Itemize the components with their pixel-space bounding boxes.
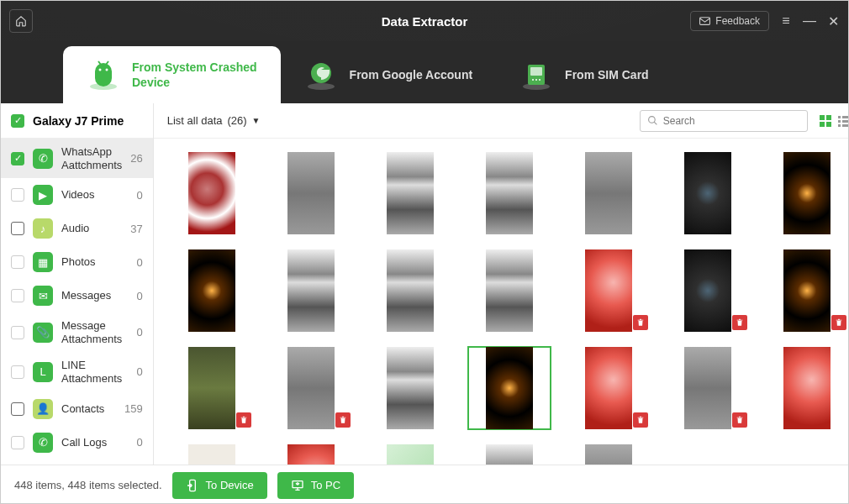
source-tab-0[interactable]: From System CrashedDevice xyxy=(63,46,281,103)
thumbnail[interactable] xyxy=(171,152,253,234)
to-device-label: To Device xyxy=(206,479,254,491)
category-whatsapp[interactable]: ✆WhatsApp Aattchments26 xyxy=(1,139,153,178)
category-call[interactable]: ✆Call Logs0 xyxy=(1,426,153,459)
thumbnail[interactable] xyxy=(567,249,650,332)
category-checkbox[interactable] xyxy=(11,326,24,339)
thumbnail[interactable] xyxy=(567,152,650,234)
category-count: 0 xyxy=(136,189,142,202)
to-device-button[interactable]: To Device xyxy=(172,472,267,499)
category-video[interactable]: ▶Videos0 xyxy=(1,178,153,212)
thumbnail[interactable] xyxy=(766,347,848,429)
category-audio[interactable]: ♪Audio37 xyxy=(1,212,153,245)
source-tab-icon xyxy=(87,58,120,92)
minimize-button[interactable]: — xyxy=(803,13,816,29)
source-tab-1[interactable]: From Google Account xyxy=(281,46,496,103)
category-line[interactable]: LLINE Attachments0 xyxy=(1,352,153,391)
feedback-button[interactable]: Feedback xyxy=(690,11,769,31)
thumbnail[interactable] xyxy=(667,347,749,429)
category-checkbox[interactable] xyxy=(11,222,24,235)
thumbnail[interactable] xyxy=(766,249,848,332)
filter-count: (26) xyxy=(227,114,246,127)
category-count: 159 xyxy=(124,402,143,415)
category-checkbox[interactable] xyxy=(11,436,24,449)
device-name: Galaxy J7 Prime xyxy=(33,114,124,128)
device-checkbox[interactable] xyxy=(11,114,24,128)
thumbnail[interactable] xyxy=(171,444,253,465)
category-label: Videos xyxy=(61,188,128,202)
thumbnail[interactable] xyxy=(667,152,749,234)
thumbnail[interactable] xyxy=(468,347,551,429)
thumbnail[interactable] xyxy=(468,444,551,465)
device-row[interactable]: Galaxy J7 Prime xyxy=(1,103,153,139)
thumbnail[interactable] xyxy=(369,347,451,429)
category-checkbox[interactable] xyxy=(11,152,24,165)
close-button[interactable]: ✕ xyxy=(826,13,840,29)
source-tab-2[interactable]: From SIM Card xyxy=(496,46,672,103)
thumbnail[interactable] xyxy=(468,249,551,332)
thumbnail-image xyxy=(387,152,434,234)
source-tab-label: From Google Account xyxy=(350,67,472,82)
category-photo[interactable]: ▦Photos0 xyxy=(1,245,153,279)
thumbnail[interactable] xyxy=(766,152,848,234)
category-count: 0 xyxy=(136,290,142,302)
thumbnail[interactable] xyxy=(171,347,253,429)
category-attach[interactable]: 📎Message Attachments0 xyxy=(1,312,153,352)
thumbnail-image xyxy=(387,347,434,429)
svg-rect-7 xyxy=(530,67,542,76)
category-checkbox[interactable] xyxy=(11,402,24,416)
view-grid-button[interactable] xyxy=(818,113,833,129)
thumbnail-image xyxy=(486,444,533,465)
search-box[interactable] xyxy=(640,110,808,132)
svg-point-4 xyxy=(308,83,335,90)
thumbnail-image xyxy=(585,249,632,332)
source-tab-label: From System CrashedDevice xyxy=(132,60,257,90)
svg-point-10 xyxy=(539,79,541,81)
category-checkbox[interactable] xyxy=(11,289,24,302)
thumbnail[interactable] xyxy=(567,444,650,465)
thumbnail[interactable] xyxy=(369,152,451,234)
chevron-down-icon: ▼ xyxy=(252,116,261,125)
category-icon: ▦ xyxy=(33,252,53,272)
svg-point-8 xyxy=(532,79,534,81)
filter-dropdown[interactable]: List all data (26) ▼ xyxy=(167,114,261,127)
category-label: Messages xyxy=(61,289,128,302)
category-label: Call Logs xyxy=(61,436,128,449)
svg-rect-17 xyxy=(842,116,849,118)
category-icon: ✆ xyxy=(33,433,53,453)
home-button[interactable] xyxy=(9,9,33,33)
thumbnail[interactable] xyxy=(270,249,352,332)
category-count: 0 xyxy=(136,326,142,339)
thumbnail[interactable] xyxy=(567,347,650,429)
thumbnail[interactable] xyxy=(270,347,352,429)
thumbnail[interactable] xyxy=(667,249,749,332)
thumbnail-image xyxy=(486,152,533,234)
category-msg[interactable]: ✉Messages0 xyxy=(1,279,153,312)
category-icon: ✆ xyxy=(33,149,53,169)
to-pc-button[interactable]: To PC xyxy=(277,472,354,499)
category-checkbox[interactable] xyxy=(11,188,24,202)
category-checkbox[interactable] xyxy=(11,255,24,269)
svg-point-3 xyxy=(106,69,108,71)
thumbnail[interactable] xyxy=(369,249,451,332)
category-checkbox[interactable] xyxy=(11,365,24,379)
thumbnail-image xyxy=(783,347,831,429)
source-tab-icon xyxy=(519,58,553,92)
thumbnail-image xyxy=(684,249,731,332)
view-list-button[interactable] xyxy=(836,113,849,129)
thumbnail[interactable] xyxy=(270,444,352,465)
search-input[interactable] xyxy=(663,115,800,127)
thumbnail-image xyxy=(287,347,335,429)
thumbnail[interactable] xyxy=(369,444,451,465)
category-label: WhatsApp Aattchments xyxy=(61,145,122,171)
thumbnail[interactable] xyxy=(468,152,551,234)
category-contact[interactable]: 👤Contacts159 xyxy=(1,392,153,426)
menu-button[interactable]: ≡ xyxy=(779,13,793,29)
svg-point-11 xyxy=(648,117,655,123)
thumbnail-image xyxy=(486,249,533,332)
thumbnail-image xyxy=(188,249,235,332)
thumbnail[interactable] xyxy=(171,249,253,332)
category-label: Audio xyxy=(61,222,122,235)
trash-icon xyxy=(633,315,648,330)
trash-icon xyxy=(335,412,351,428)
thumbnail[interactable] xyxy=(270,152,352,234)
